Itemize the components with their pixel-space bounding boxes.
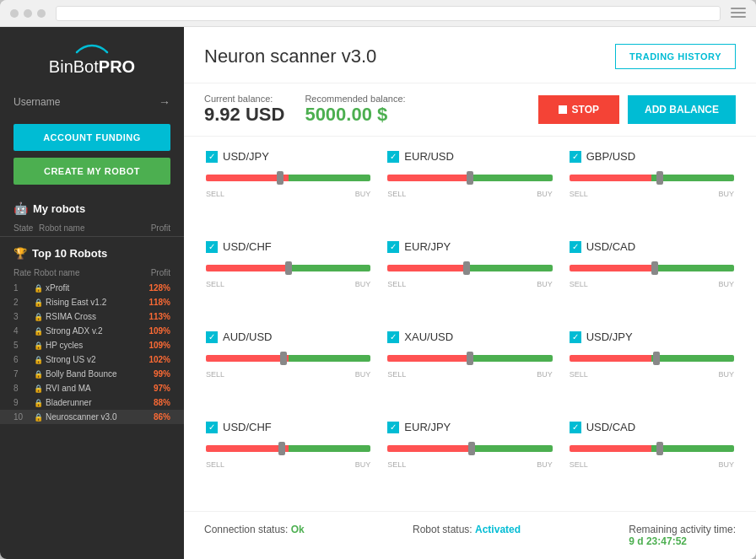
- my-robots-title: 🤖 My robots: [0, 193, 184, 220]
- top10-row[interactable]: 1 🔒 xProfit 128%: [0, 281, 184, 295]
- lock-icon: 🔒: [34, 384, 44, 393]
- currency-header: ✓ USD/JPY: [206, 150, 370, 163]
- currency-slider[interactable]: [206, 348, 370, 368]
- currency-checkbox[interactable]: ✓: [570, 241, 581, 253]
- currency-checkbox[interactable]: ✓: [570, 151, 581, 163]
- slider-track: [570, 445, 734, 452]
- top10-row[interactable]: 8 🔒 RVI and MA 97%: [0, 381, 184, 395]
- slider-thumb[interactable]: [651, 261, 658, 275]
- add-balance-button[interactable]: ADD BALANCE: [628, 95, 736, 124]
- currency-header: ✓ EUR/USD: [387, 150, 552, 163]
- top10-row[interactable]: 7 🔒 Bolly Band Bounce 99%: [0, 367, 184, 381]
- slider-buy: [470, 355, 553, 362]
- top10-rate: 8: [14, 384, 34, 393]
- currency-checkbox[interactable]: ✓: [387, 422, 399, 433]
- slider-track: [206, 355, 370, 362]
- slider-labels: SELL BUY: [570, 190, 734, 198]
- currency-slider[interactable]: [387, 168, 552, 188]
- sell-label: SELL: [387, 190, 406, 198]
- top10-row[interactable]: 3 🔒 RSIMA Cross 113%: [0, 309, 184, 324]
- currency-slider[interactable]: [206, 258, 370, 278]
- account-funding-button[interactable]: ACCOUNT FUNDING: [14, 124, 170, 151]
- slider-thumb[interactable]: [656, 442, 663, 455]
- currency-slider[interactable]: [570, 348, 734, 368]
- currency-name: USD/JPY: [223, 150, 269, 163]
- menu-icon[interactable]: [731, 8, 746, 19]
- slider-labels: SELL BUY: [206, 190, 370, 198]
- currency-checkbox[interactable]: ✓: [206, 151, 218, 163]
- top10-row[interactable]: 2 🔒 Rising East v1.2 118%: [0, 295, 184, 309]
- currency-checkbox[interactable]: ✓: [570, 422, 581, 433]
- currency-slider[interactable]: [206, 168, 370, 188]
- titlebar: [0, 0, 756, 27]
- slider-thumb[interactable]: [285, 261, 292, 275]
- lock-icon: 🔒: [34, 356, 44, 364]
- col-state-label: State: [14, 223, 39, 233]
- top10-profit-value: 86%: [140, 412, 170, 422]
- logout-icon[interactable]: →: [159, 95, 170, 109]
- slider-sell: [570, 175, 652, 181]
- slider-buy: [470, 265, 553, 271]
- top10-robot-name: Neuroscanner v3.0: [46, 412, 140, 422]
- top10-row[interactable]: 6 🔒 Strong US v2 102%: [0, 352, 184, 367]
- trading-history-button[interactable]: TRADING HISTORY: [615, 44, 736, 69]
- create-robot-button[interactable]: CREATE MY ROBOT: [14, 158, 170, 185]
- col-rate-label: Rate: [14, 268, 34, 277]
- currency-slider[interactable]: [387, 438, 552, 459]
- col-profit-label: Profit: [137, 223, 170, 233]
- slider-thumb[interactable]: [278, 442, 285, 455]
- current-balance: Current balance: 9.92 USD: [204, 94, 284, 126]
- currency-checkbox[interactable]: ✓: [206, 331, 218, 343]
- top10-row[interactable]: 10 🔒 Neuroscanner v3.0 86%: [0, 410, 184, 424]
- currency-checkbox[interactable]: ✓: [387, 241, 399, 253]
- col-robotname-label: Robot name: [39, 223, 137, 233]
- titlebar-dot-1: [10, 9, 19, 18]
- top10-robot-name: Rising East v1.2: [46, 298, 140, 307]
- address-bar[interactable]: [56, 6, 721, 21]
- slider-sell: [206, 445, 289, 452]
- currency-slider[interactable]: [206, 438, 370, 459]
- slider-thumb[interactable]: [468, 442, 475, 455]
- top10-row[interactable]: 4 🔒 Strong ADX v.2 109%: [0, 324, 184, 338]
- current-balance-label: Current balance:: [204, 94, 284, 104]
- currency-slider[interactable]: [570, 168, 734, 188]
- slider-thumb[interactable]: [467, 352, 473, 365]
- slider-thumb[interactable]: [280, 352, 287, 365]
- currency-checkbox[interactable]: ✓: [387, 331, 399, 343]
- main-footer: Connection status: Ok Robot status: Acti…: [184, 511, 756, 559]
- menu-line-3: [731, 16, 746, 18]
- currency-checkbox[interactable]: ✓: [206, 422, 218, 433]
- sell-label: SELL: [570, 190, 588, 198]
- stop-button[interactable]: STOP: [538, 95, 619, 124]
- slider-thumb[interactable]: [653, 352, 660, 365]
- currency-checkbox[interactable]: ✓: [206, 241, 218, 253]
- currency-slider[interactable]: [387, 348, 552, 368]
- slider-thumb[interactable]: [277, 171, 284, 185]
- slider-thumb[interactable]: [463, 261, 470, 275]
- menu-line-2: [731, 12, 746, 13]
- currency-slider[interactable]: [570, 438, 734, 459]
- top10-row[interactable]: 9 🔒 Bladerunner 88%: [0, 395, 184, 410]
- slider-track: [206, 445, 370, 452]
- top10-profit-value: 113%: [140, 312, 170, 321]
- currency-slider[interactable]: [570, 258, 734, 278]
- currency-checkbox[interactable]: ✓: [387, 151, 399, 163]
- connection-status-value: Ok: [291, 524, 305, 535]
- slider-sell: [570, 265, 652, 271]
- buy-label: BUY: [537, 190, 553, 198]
- buy-label: BUY: [537, 280, 553, 288]
- currency-checkbox[interactable]: ✓: [570, 331, 581, 343]
- currency-card: ✓ GBP/USD SELL BUY: [561, 143, 742, 234]
- currency-slider[interactable]: [387, 258, 552, 278]
- slider-labels: SELL BUY: [387, 370, 552, 379]
- top10-profit-value: 99%: [140, 369, 170, 379]
- top10-robot-name: Bladerunner: [46, 398, 140, 407]
- slider-thumb[interactable]: [656, 171, 663, 185]
- top10-profit-value: 128%: [140, 283, 170, 293]
- currency-name: EUR/JPY: [404, 240, 451, 253]
- top10-robot-name: xProfit: [46, 283, 140, 293]
- top10-row[interactable]: 5 🔒 HP cycles 109%: [0, 338, 184, 352]
- top10-robot-name: HP cycles: [46, 341, 140, 350]
- slider-thumb[interactable]: [467, 171, 473, 185]
- slider-sell: [206, 265, 289, 271]
